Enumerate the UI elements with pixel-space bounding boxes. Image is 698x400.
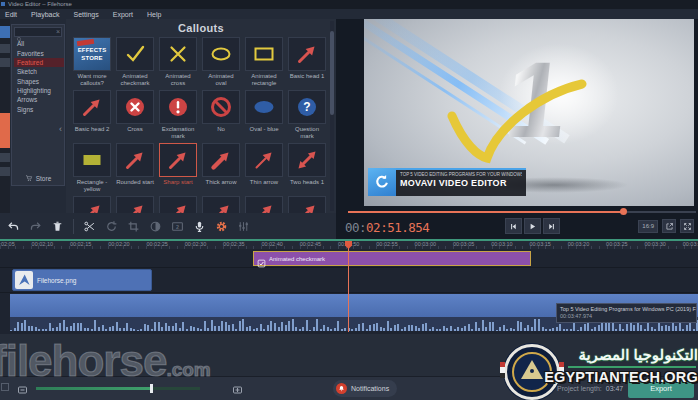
- callout-tile-cross[interactable]: Cross: [116, 90, 154, 143]
- notifications-button[interactable]: Notifications: [333, 380, 397, 397]
- sidebar-item-sketch[interactable]: Sketch: [14, 67, 64, 76]
- callout-tile-basic-head-1[interactable]: Basic head 1: [288, 37, 326, 90]
- callout-tile-exclamation-mark[interactable]: Exclamation mark: [159, 90, 197, 143]
- checkmark-clip-icon: [257, 254, 266, 263]
- scrollbar-thumb[interactable]: [330, 31, 334, 115]
- menu-item-settings[interactable]: Settings: [73, 11, 98, 18]
- callout-tile[interactable]: [245, 196, 283, 213]
- sidebar-item-signs[interactable]: Signs: [14, 105, 64, 114]
- tool-icon[interactable]: [0, 167, 10, 176]
- callout-tile[interactable]: [73, 196, 111, 213]
- circle-excl-icon: [159, 90, 197, 124]
- callout-tile-animated-checkmark[interactable]: Animated checkmark: [116, 37, 154, 90]
- detach-player-button[interactable]: [662, 219, 676, 233]
- color-adjust-button[interactable]: [145, 217, 166, 236]
- callout-tile-thick-arrow[interactable]: Thick arrow: [202, 143, 240, 196]
- transition-wizard-button[interactable]: 2: [167, 217, 188, 236]
- sidebar-item-all[interactable]: All: [14, 39, 64, 48]
- record-audio-button[interactable]: [189, 217, 210, 236]
- store-button[interactable]: Store: [12, 174, 64, 182]
- clip-properties-button[interactable]: [211, 217, 232, 236]
- redo-button[interactable]: [25, 217, 46, 236]
- seek-bar[interactable]: [348, 210, 696, 214]
- tile-label: Basic head 2: [73, 126, 111, 133]
- ruler-label: 00:03:05: [453, 241, 474, 247]
- sidebar-item-featured[interactable]: Featured: [14, 58, 64, 67]
- seek-knob[interactable]: [620, 208, 627, 215]
- callout-tile-rounded-start[interactable]: Rounded start: [116, 143, 154, 196]
- callout-tile-question-mark[interactable]: ?Question mark: [288, 90, 326, 143]
- previous-frame-button[interactable]: [505, 218, 522, 234]
- waveform-bar: [256, 328, 258, 331]
- waveform-bar: [263, 329, 265, 331]
- menu-item-help[interactable]: Help: [147, 11, 161, 18]
- waveform-bar: [334, 328, 336, 331]
- callout-tile-animated-rectangle[interactable]: Animated rectangle: [245, 37, 283, 90]
- callout-tile-rectangle-yellow[interactable]: Rectangle - yellow: [73, 143, 111, 196]
- crop-button[interactable]: [123, 217, 144, 236]
- callout-tile-basic-head-2[interactable]: Basic head 2: [73, 90, 111, 143]
- playhead-line[interactable]: [348, 241, 349, 332]
- callout-tile[interactable]: [288, 196, 326, 213]
- callout-tile-no[interactable]: No: [202, 90, 240, 143]
- waveform-bar: [49, 323, 51, 331]
- undo-button[interactable]: [3, 217, 24, 236]
- collapse-sidebar-chevron[interactable]: ‹: [59, 124, 62, 134]
- next-frame-button[interactable]: [543, 218, 560, 234]
- callout-tile-oval-blue[interactable]: Oval - blue: [245, 90, 283, 143]
- title-bar: Video Editor – Filehorse: [0, 0, 698, 9]
- sidebar-item-shapes[interactable]: Shapes: [14, 77, 64, 86]
- zoom-in-button[interactable]: [231, 382, 244, 394]
- clear-search-icon[interactable]: ×: [56, 28, 60, 35]
- waveform-bar: [439, 329, 441, 331]
- sidebar-item-highlighting[interactable]: Highlighting: [14, 86, 64, 95]
- overlay-clip[interactable]: Filehorse.png: [12, 269, 152, 291]
- callout-tile-animated-cross[interactable]: Animated cross: [159, 37, 197, 90]
- callout-tile[interactable]: [159, 196, 197, 213]
- callout-clip[interactable]: Animated checkmark: [253, 251, 531, 266]
- timeline-zoom-slider[interactable]: [36, 387, 200, 390]
- movavi-video-editor-window: Video Editor – Filehorse EditPlaybackSet…: [0, 0, 698, 400]
- delete-button[interactable]: [47, 217, 68, 236]
- waveform-bar: [214, 326, 216, 331]
- callouts-tab-icon[interactable]: [0, 113, 10, 148]
- tile-label: Question mark: [288, 126, 326, 140]
- waveform-bar: [84, 328, 86, 331]
- waveform-bar: [510, 328, 512, 331]
- waveform-bar: [235, 329, 237, 331]
- sidebar-item-favorites[interactable]: Favorites: [14, 48, 64, 57]
- tool-icon[interactable]: [0, 58, 10, 67]
- store-ribbon: [77, 39, 95, 46]
- callout-tile-thin-arrow[interactable]: Thin arrow: [245, 143, 283, 196]
- waveform-bar: [299, 329, 301, 331]
- waveform-bar: [425, 323, 427, 331]
- scrollbar[interactable]: [330, 21, 334, 211]
- menu-item-playback[interactable]: Playback: [31, 11, 59, 18]
- waveform-bar: [200, 329, 202, 331]
- media-tab-icon[interactable]: [0, 26, 10, 38]
- callout-tile[interactable]: [202, 196, 240, 213]
- waveform-bar: [45, 329, 47, 331]
- callout-tile-two-heads-1[interactable]: Two heads 1: [288, 143, 326, 196]
- waveform-bar: [492, 322, 494, 331]
- sidebar-item-arrows[interactable]: Arrows: [14, 95, 64, 104]
- callout-tile-animated-oval[interactable]: Animated oval: [202, 37, 240, 90]
- callout-tile-want-more-callouts-[interactable]: EFFECTSSTOREWant more callouts?: [73, 37, 111, 90]
- tool-icon[interactable]: [0, 153, 10, 162]
- ruler-label: 00:03:20: [568, 241, 589, 247]
- play-button[interactable]: [524, 218, 541, 234]
- callout-tile-sharp-start[interactable]: Sharp start: [159, 143, 197, 196]
- aspect-ratio-button[interactable]: 16:9: [638, 220, 658, 233]
- callout-tile[interactable]: [116, 196, 154, 213]
- rotate-button[interactable]: [101, 217, 122, 236]
- menu-bar: EditPlaybackSettingsExportHelp: [0, 9, 698, 19]
- fullscreen-button[interactable]: [680, 219, 694, 233]
- split-button[interactable]: [79, 217, 100, 236]
- search-input[interactable]: ×: [14, 27, 62, 37]
- tool-icon[interactable]: [0, 44, 10, 53]
- menu-item-export[interactable]: Export: [113, 11, 133, 18]
- audio-levels-button[interactable]: [233, 217, 254, 236]
- tile-label: Basic head 1: [288, 73, 326, 80]
- menu-item-edit[interactable]: Edit: [5, 11, 17, 18]
- waveform-bar: [693, 329, 695, 331]
